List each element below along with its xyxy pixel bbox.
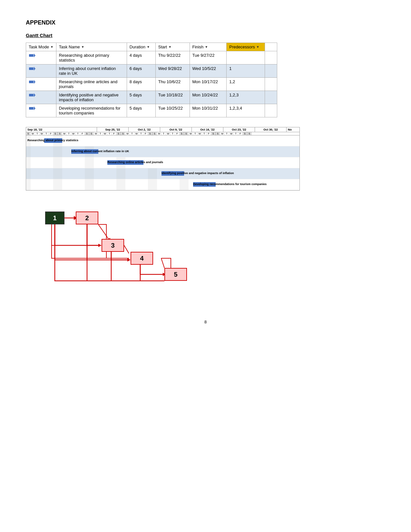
gantt-week-sep18: Sep 18, '22 (26, 127, 97, 132)
svg-rect-0 (29, 54, 34, 57)
network-node-2: 2 (76, 212, 98, 224)
task-finish-cell: Mon 10/17/22 (190, 78, 227, 91)
appendix-title: APPENDIX (26, 19, 385, 26)
task-extra-cell (265, 51, 277, 64)
finish-sort-icon[interactable]: ▼ (205, 45, 208, 49)
gantt-week-nov: No (287, 127, 299, 132)
page-number: 8 (26, 320, 385, 324)
gantt-week-oct23: Oct 23, '22 (223, 127, 255, 132)
task-extra-cell (265, 104, 277, 117)
col-header-duration[interactable]: Duration ▼ (127, 43, 155, 51)
gantt-row-2: Inferring about current inflation rate i… (26, 146, 299, 157)
svg-line-14 (124, 245, 129, 253)
svg-marker-5 (34, 80, 35, 84)
task-duration-cell: 4 days (127, 51, 155, 64)
task-duration-cell: 8 days (127, 78, 155, 91)
task-mode-cell (26, 64, 56, 78)
task-predecessors-cell (227, 51, 265, 64)
gantt-week-oct9: Oct 9, '22 (160, 127, 192, 132)
gantt-label-5: Developing recommendations for tourism c… (193, 182, 267, 186)
task-start-cell: Tue 10/18/22 (155, 91, 190, 104)
task-duration-cell: 5 days (127, 104, 155, 117)
svg-marker-3 (34, 67, 35, 71)
task-finish-cell: Tue 9/27/22 (190, 51, 227, 64)
task-mode-sort-icon[interactable]: ▼ (50, 45, 54, 49)
gantt-row-3: Researching online articles and journals (26, 157, 299, 168)
svg-rect-2 (29, 67, 34, 70)
task-extra-cell (265, 91, 277, 104)
svg-marker-9 (34, 106, 35, 110)
svg-marker-1 (34, 54, 35, 57)
task-duration-cell: 5 days (127, 91, 155, 104)
task-predecessors-cell: 1 (227, 64, 265, 78)
svg-rect-4 (29, 81, 34, 83)
task-extra-cell (265, 78, 277, 91)
network-node-4: 4 (131, 252, 153, 265)
task-mode-icon (29, 66, 36, 71)
task-mode-icon (29, 53, 36, 58)
task-mode-cell (26, 104, 56, 117)
network-diagram: 1 2 3 4 5 (26, 203, 213, 294)
col-header-finish[interactable]: Finish ▼ (190, 43, 227, 51)
task-predecessors-cell: 1,2,3 (227, 91, 265, 104)
task-name-cell: Researching about primary statistics (56, 51, 127, 64)
start-sort-icon[interactable]: ▼ (168, 45, 171, 49)
task-name-cell: Identifying positive and negative impact… (56, 91, 127, 104)
table-row: Researching online articles and journals… (26, 78, 277, 91)
svg-rect-6 (29, 94, 34, 96)
gantt-label-3: Researching online articles and journals (107, 161, 163, 164)
task-start-cell: Tue 10/25/22 (155, 104, 190, 117)
predecessors-sort-icon[interactable]: ▼ (256, 45, 259, 49)
table-row: Developing recommendations for tourism c… (26, 104, 277, 117)
task-name-cell: Researching online articles and journals (56, 78, 127, 91)
table-row: Identifying positive and negative impact… (26, 91, 277, 104)
col-header-start[interactable]: Start ▼ (155, 43, 190, 51)
task-predecessors-cell: 1,2,3,4 (227, 104, 265, 117)
col-header-task-name[interactable]: Task Name ▼ (56, 43, 127, 51)
task-duration-cell: 6 days (127, 64, 155, 78)
task-finish-cell: Mon 10/24/22 (190, 91, 227, 104)
table-row: Researching about primary statistics4 da… (26, 51, 277, 64)
gantt-week-oct2: Oct 2, '22 (129, 127, 160, 132)
task-extra-cell (265, 64, 277, 78)
network-node-3: 3 (102, 239, 124, 252)
gantt-label-4: Identifying positive and negative impact… (161, 172, 234, 175)
gantt-row-5: Developing recommendations for tourism c… (26, 179, 299, 190)
svg-rect-8 (29, 107, 34, 110)
col-header-extra (265, 43, 277, 51)
network-node-5: 5 (164, 268, 187, 281)
gantt-week-sep25: Sep 25, '22 (97, 127, 129, 132)
task-finish-cell: Mon 10/31/22 (190, 104, 227, 117)
task-mode-icon (29, 79, 36, 84)
gantt-table: Task Mode ▼ Task Name ▼ Duration ▼ Start (26, 43, 277, 117)
task-name-cell: Inferring about current inflation rate i… (56, 64, 127, 78)
gantt-label-1: Researching about primary statistics (27, 139, 78, 142)
task-name-sort-icon[interactable]: ▼ (81, 45, 84, 49)
gantt-label-2: Inferring about current inflation rate i… (71, 150, 129, 153)
task-mode-cell (26, 91, 56, 104)
gantt-chart-visual: Sep 18, '22 Sep 25, '22 Oct 2, '22 Oct 9… (26, 127, 300, 191)
svg-line-13 (98, 224, 110, 241)
gantt-row-1: Researching about primary statistics (26, 135, 299, 146)
task-mode-icon (29, 93, 36, 98)
svg-marker-7 (34, 93, 35, 97)
gantt-chart-title: Gantt Chart (26, 33, 385, 38)
gantt-days-row: S M T W T F S S M T W T F S S M T W T F … (26, 132, 299, 135)
network-node-1: 1 (45, 212, 64, 224)
table-row: Inferring about current inflation rate i… (26, 64, 277, 78)
gantt-week-oct16: Oct 16, '22 (192, 127, 223, 132)
gantt-row-4: Identifying positive and negative impact… (26, 168, 299, 179)
gantt-week-oct30: Oct 30, '22 (255, 127, 287, 132)
task-mode-icon (29, 106, 36, 111)
task-start-cell: Thu 9/22/22 (155, 51, 190, 64)
task-start-cell: Thu 10/6/22 (155, 78, 190, 91)
task-name-cell: Developing recommendations for tourism c… (56, 104, 127, 117)
col-header-task-mode[interactable]: Task Mode ▼ (26, 43, 56, 51)
task-mode-cell (26, 78, 56, 91)
col-header-predecessors[interactable]: Predecessors ▼ (227, 43, 265, 51)
task-mode-cell (26, 51, 56, 64)
task-finish-cell: Wed 10/5/22 (190, 64, 227, 78)
duration-sort-icon[interactable]: ▼ (147, 45, 150, 49)
svg-line-15 (161, 258, 164, 268)
task-predecessors-cell: 1,2 (227, 78, 265, 91)
